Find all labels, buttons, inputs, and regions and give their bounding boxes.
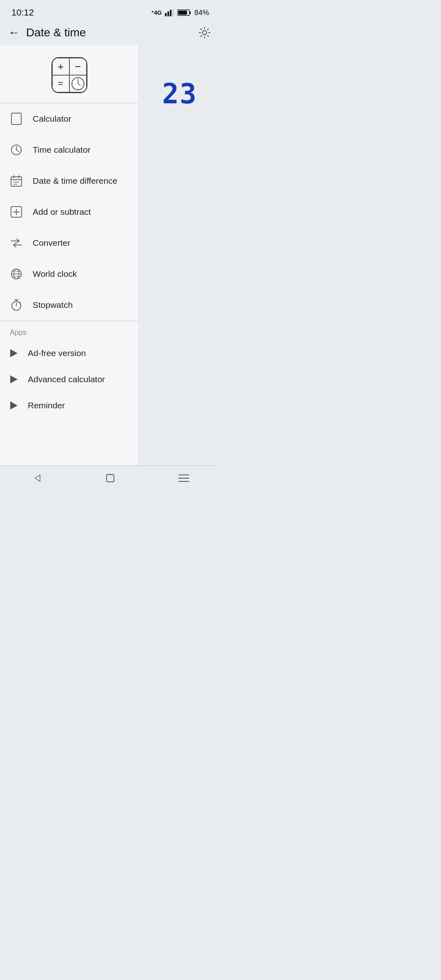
svg-rect-6 bbox=[178, 11, 187, 15]
logo-minus: − bbox=[69, 58, 87, 75]
svg-rect-1 bbox=[167, 11, 169, 16]
svg-marker-42 bbox=[10, 401, 18, 410]
time-calculator-label: Time calculator bbox=[33, 145, 91, 155]
globe-icon bbox=[10, 267, 23, 281]
menu-section: Calculator Time calculator bbox=[0, 103, 138, 321]
app-logo-area: + − = bbox=[0, 45, 138, 103]
status-bar: 10:12 ⁺4G 84% bbox=[0, 0, 220, 22]
reminder-label: Reminder bbox=[28, 401, 65, 410]
apps-section-label: Apps bbox=[0, 321, 138, 340]
bottom-navigation bbox=[0, 466, 220, 490]
navigation-drawer: + − = bbox=[0, 45, 139, 466]
ad-free-label: Ad-free version bbox=[28, 348, 86, 358]
signal-icon: ⁺4G bbox=[151, 9, 162, 16]
svg-rect-5 bbox=[189, 11, 191, 14]
svg-rect-15 bbox=[11, 113, 21, 125]
apps-item-reminder[interactable]: Reminder bbox=[0, 392, 138, 419]
status-time: 10:12 bbox=[11, 7, 34, 18]
clock-icon bbox=[10, 143, 23, 156]
svg-rect-44 bbox=[107, 474, 114, 482]
nav-back-button[interactable] bbox=[27, 470, 47, 486]
svg-marker-41 bbox=[10, 375, 18, 383]
status-right: ⁺4G 84% bbox=[151, 9, 209, 17]
plus-box-icon bbox=[10, 205, 23, 218]
logo-clock bbox=[69, 75, 87, 92]
menu-item-calculator[interactable]: Calculator bbox=[0, 103, 138, 134]
menu-item-add-or-subtract[interactable]: Add or subtract bbox=[0, 196, 138, 227]
calculator-label: Calculator bbox=[33, 114, 71, 124]
apps-item-ad-free[interactable]: Ad-free version bbox=[0, 340, 138, 366]
convert-icon bbox=[10, 236, 23, 249]
back-button[interactable]: ← bbox=[8, 26, 20, 39]
add-subtract-label: Add or subtract bbox=[33, 207, 91, 217]
battery-icon bbox=[177, 9, 191, 16]
menu-item-date-time-difference[interactable]: Date & time difference bbox=[0, 165, 138, 196]
date-time-difference-label: Date & time difference bbox=[33, 176, 117, 186]
battery-percent: 84% bbox=[194, 9, 209, 17]
svg-rect-3 bbox=[172, 9, 174, 16]
world-clock-label: World clock bbox=[33, 269, 77, 279]
svg-marker-40 bbox=[10, 349, 18, 357]
settings-icon[interactable] bbox=[198, 27, 211, 39]
nav-home-button[interactable] bbox=[100, 470, 120, 486]
apps-section: Apps Ad-free version Advanced calculator bbox=[0, 321, 138, 419]
play-icon-ad-free bbox=[10, 349, 18, 357]
nav-menu-button[interactable] bbox=[174, 470, 194, 486]
menu-item-converter[interactable]: Converter bbox=[0, 227, 138, 258]
menu-item-time-calculator[interactable]: Time calculator bbox=[0, 134, 138, 165]
svg-line-18 bbox=[16, 150, 19, 151]
menu-item-world-clock[interactable]: World clock bbox=[0, 258, 138, 290]
background-content: 23 bbox=[139, 45, 220, 466]
advanced-calc-label: Advanced calculator bbox=[28, 374, 105, 384]
svg-line-39 bbox=[20, 302, 20, 303]
calendar-icon bbox=[10, 174, 23, 187]
apps-item-advanced-calc[interactable]: Advanced calculator bbox=[0, 366, 138, 392]
top-bar: ← Date & time bbox=[0, 22, 220, 45]
menu-item-stopwatch[interactable]: Stopwatch bbox=[0, 290, 138, 321]
svg-point-7 bbox=[203, 31, 207, 35]
svg-rect-2 bbox=[170, 10, 172, 16]
play-icon-reminder bbox=[10, 401, 18, 410]
stopwatch-label: Stopwatch bbox=[33, 300, 73, 310]
svg-rect-0 bbox=[165, 13, 167, 16]
svg-marker-43 bbox=[35, 475, 40, 481]
stopwatch-icon bbox=[10, 298, 23, 312]
app-logo: + − = bbox=[51, 57, 87, 93]
signal-bars-icon bbox=[165, 9, 174, 16]
logo-plus: + bbox=[52, 58, 69, 75]
page-title: Date & time bbox=[26, 26, 86, 39]
logo-equals: = bbox=[52, 75, 69, 92]
converter-label: Converter bbox=[33, 238, 70, 248]
svg-rect-19 bbox=[11, 177, 22, 186]
date-display: 23 bbox=[162, 78, 197, 110]
tablet-icon bbox=[10, 112, 23, 125]
play-icon-advanced-calc bbox=[10, 375, 18, 383]
